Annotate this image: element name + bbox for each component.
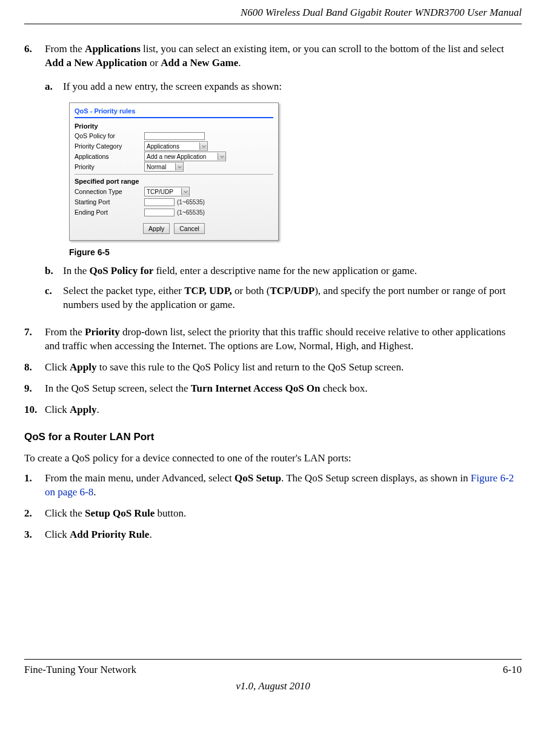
step-6: 6. From the Applications list, you can s… <box>24 42 522 318</box>
footer-page: 6-10 <box>503 663 522 677</box>
text: list, you can select an existing item, o… <box>141 43 504 55</box>
apply-button[interactable]: Apply <box>143 223 170 234</box>
lbl-priority: Priority <box>75 162 144 171</box>
figure-caption: Figure 6-5 <box>69 247 522 258</box>
text: . <box>238 57 241 69</box>
footer-version: v1.0, August 2010 <box>24 680 522 694</box>
text: In the <box>63 265 89 276</box>
qos-panel: QoS - Priority rules Priority QoS Policy… <box>69 102 279 241</box>
bold: Add a New Application <box>45 57 147 69</box>
bold: Setup QoS Rule <box>85 507 155 519</box>
cancel-button[interactable]: Cancel <box>174 223 205 234</box>
lbl-priority-category: Priority Category <box>75 142 144 150</box>
lbl-applications: Applications <box>75 152 144 161</box>
step-num: 3. <box>24 528 45 542</box>
select-value: Normal <box>147 163 173 172</box>
select-value: Applications <box>147 142 198 151</box>
text: . <box>93 486 96 498</box>
text: . <box>97 404 99 415</box>
select-connection-type[interactable]: TCP/UDP <box>144 187 190 196</box>
text: In the QoS Setup screen, select the <box>45 383 191 394</box>
step-num: 6. <box>24 42 45 318</box>
section-intro: To create a QoS policy for a device conn… <box>24 452 522 466</box>
lbl-ending-port: Ending Port <box>75 208 144 216</box>
chevron-down-icon <box>181 188 189 195</box>
text: check box. <box>321 383 368 394</box>
chevron-down-icon <box>199 142 207 150</box>
step-7: 7. From the Priority drop-down list, sel… <box>24 326 522 353</box>
lan-step-3: 3. Click Add Priority Rule. <box>24 528 522 542</box>
substep-letter: b. <box>45 264 63 278</box>
bold: TCP/UDP <box>270 285 315 296</box>
input-starting-port[interactable] <box>144 198 175 206</box>
input-ending-port[interactable] <box>144 209 175 216</box>
bold: Priority <box>85 326 120 338</box>
lbl-starting-port: Starting Port <box>75 198 144 206</box>
panel-title-rule <box>75 117 273 118</box>
lan-step-2: 2. Click the Setup QoS Rule button. <box>24 507 522 521</box>
text: Select the packet type, either <box>63 285 184 296</box>
text: . The QoS Setup screen displays, as show… <box>281 472 471 484</box>
section-label: Priority <box>75 122 273 131</box>
figure-6-5: QoS - Priority rules Priority QoS Policy… <box>69 102 522 259</box>
text: From the <box>45 326 85 338</box>
text: to save this rule to the QoS Policy list… <box>97 361 404 373</box>
select-priority[interactable]: Normal <box>144 162 184 172</box>
footer-section: Fine-Tuning Your Network <box>24 663 136 677</box>
step-num: 8. <box>24 361 45 375</box>
text: or both ( <box>232 285 270 296</box>
lan-step-1: 1. From the main menu, under Advanced, s… <box>24 472 522 500</box>
bold: TCP, UDP, <box>184 285 232 296</box>
bold: Add a New Game <box>161 57 238 69</box>
panel-title: QoS - Priority rules <box>75 107 273 116</box>
text: From the main menu, under Advanced, sele… <box>45 472 235 484</box>
text: Click <box>45 361 70 373</box>
step-10: 10. Click Apply. <box>24 403 522 417</box>
step-9: 9. In the QoS Setup screen, select the T… <box>24 382 522 396</box>
hint-ending-port: (1~65535) <box>177 209 205 217</box>
substep-text: If you add a new entry, the screen expan… <box>63 80 282 94</box>
panel-divider <box>75 174 273 175</box>
section-heading-lan-port: QoS for a Router LAN Port <box>24 430 522 444</box>
text: field, enter a descriptive name for the … <box>153 265 417 276</box>
bold: Add Priority Rule <box>70 529 149 540</box>
bold: Apply <box>70 361 96 373</box>
step-num: 10. <box>24 403 45 417</box>
select-applications[interactable]: Add a new Application <box>144 152 226 161</box>
chevron-down-icon <box>218 153 225 160</box>
bold: Turn Internet Access QoS On <box>191 383 321 394</box>
lbl-policy-for: QoS Policy for <box>75 132 144 140</box>
step-num: 9. <box>24 382 45 396</box>
text: or <box>147 57 161 69</box>
bold: QoS Setup <box>235 472 281 484</box>
section-label: Specified port range <box>75 177 273 186</box>
select-value: Add a new Application <box>147 153 216 161</box>
bold: Apply <box>70 404 96 415</box>
step-num: 7. <box>24 326 45 353</box>
lbl-connection-type: Connection Type <box>75 187 144 196</box>
step-num: 2. <box>24 507 45 521</box>
header-rule <box>24 24 522 24</box>
substep-letter: c. <box>45 284 63 312</box>
doc-header-title: N600 Wireless Dual Band Gigabit Router W… <box>24 6 522 20</box>
bold: QoS Policy for <box>89 265 153 276</box>
input-policy-for[interactable] <box>144 132 205 140</box>
bold: Applications <box>85 43 141 55</box>
text: Click <box>45 529 70 540</box>
step-8: 8. Click Apply to save this rule to the … <box>24 361 522 375</box>
chevron-down-icon <box>175 163 183 170</box>
select-value: TCP/UDP <box>147 188 179 196</box>
select-priority-category[interactable]: Applications <box>144 141 208 151</box>
step-num: 1. <box>24 472 45 500</box>
hint-starting-port: (1~65535) <box>177 198 205 207</box>
footer-rule <box>24 659 522 660</box>
substep-letter: a. <box>45 80 63 94</box>
text: From the <box>45 43 85 55</box>
text: Click the <box>45 507 85 519</box>
text: . <box>149 529 151 540</box>
text: button. <box>155 507 186 519</box>
text: Click <box>45 404 70 415</box>
